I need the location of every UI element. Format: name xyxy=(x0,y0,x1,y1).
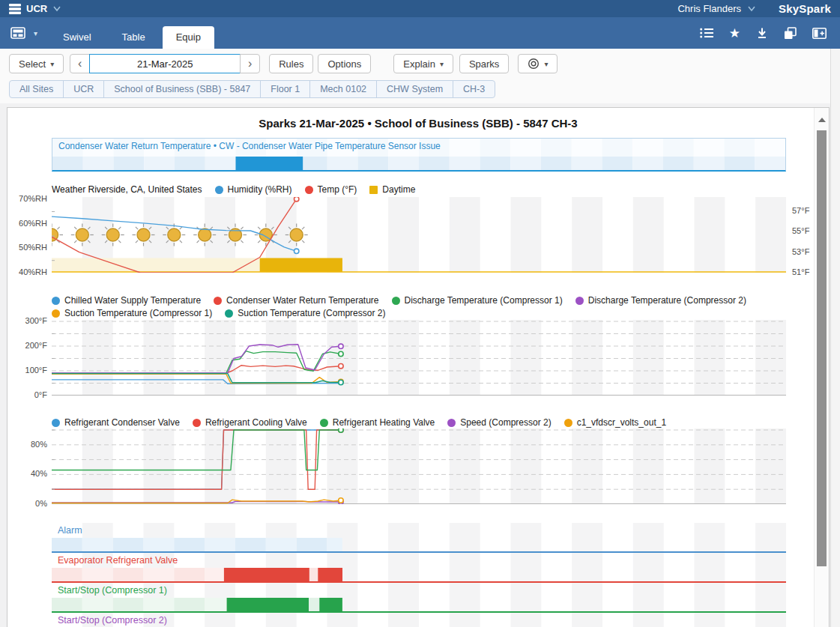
legend-label: Suction Temperature (Compressor 1) xyxy=(64,308,212,318)
explain-button[interactable]: Explain ▾ xyxy=(393,54,453,73)
axis-tick: 300°F xyxy=(9,316,47,325)
skyspark-logo: SkySpark xyxy=(779,2,831,15)
legend-item[interactable]: Refrigerant Heating Valve xyxy=(320,417,435,428)
legend-swatch xyxy=(369,186,378,194)
legend-swatch xyxy=(215,186,223,194)
status-row-label: Evaporator Refrigerant Valve xyxy=(58,555,178,566)
scrollbar-thumb[interactable] xyxy=(817,130,827,566)
date-value: 21-Mar-2025 xyxy=(137,58,193,70)
server-menu[interactable]: UCR xyxy=(9,3,61,14)
status-row[interactable]: Evaporator Refrigerant Valve xyxy=(52,553,786,583)
view-list-icon[interactable] xyxy=(700,28,713,38)
legend-label: Discharge Temperature (Compressor 2) xyxy=(588,295,746,306)
legend-label: Humidity (%RH) xyxy=(228,184,292,195)
legend-item[interactable]: Refrigerant Cooling Valve xyxy=(193,417,307,428)
legend-swatch xyxy=(225,309,233,318)
breadcrumb-item[interactable]: Floor 1 xyxy=(260,80,310,98)
date-input[interactable]: 21-Mar-2025 xyxy=(89,54,241,73)
breadcrumb-item[interactable]: Mech 0102 xyxy=(309,80,377,98)
legend-item[interactable]: Discharge Temperature (Compressor 1) xyxy=(392,295,563,306)
status-timelines: AlarmEvaporator Refrigerant ValveStart/S… xyxy=(7,523,829,627)
skyspark-app: { "header": { "server_label": "UCR", "us… xyxy=(0,0,840,627)
tab-bar: ▾ SwivelTableEquip ★ xyxy=(0,17,840,49)
user-menu[interactable]: Chris Flanders xyxy=(677,3,741,14)
chevron-down-icon[interactable] xyxy=(747,5,756,12)
legend-item[interactable]: Temp (°F) xyxy=(305,184,357,195)
select-button-label: Select xyxy=(19,58,46,70)
sparks-button[interactable]: Sparks xyxy=(459,54,509,73)
weather-plot-area[interactable] xyxy=(52,197,786,273)
legend-item[interactable]: Suction Temperature (Compressor 1) xyxy=(52,308,212,318)
tab-swivel[interactable]: Swivel xyxy=(49,26,105,49)
sparks-button-label: Sparks xyxy=(469,58,499,70)
caret-down-icon: ▾ xyxy=(440,60,444,68)
legend-item[interactable]: Daytime xyxy=(369,184,415,195)
favorite-star-icon[interactable]: ★ xyxy=(729,27,740,40)
breadcrumb-item[interactable]: CHW System xyxy=(376,80,453,98)
legend-item[interactable]: Speed (Compressor 2) xyxy=(447,417,551,428)
sun-icon xyxy=(106,228,119,241)
window-scroll-gutter[interactable] xyxy=(830,49,840,627)
options-button[interactable]: Options xyxy=(318,54,371,73)
prev-day-button[interactable]: ‹ xyxy=(70,54,90,73)
legend-item[interactable]: Discharge Temperature (Compressor 2) xyxy=(575,295,746,306)
legend-item[interactable]: Condenser Water Return Temperature xyxy=(214,295,378,306)
sun-icon xyxy=(168,228,181,241)
status-row-label: Alarm xyxy=(58,525,82,536)
status-row[interactable]: Start/Stop (Compressor 1) xyxy=(52,583,786,613)
axis-tick: 0% xyxy=(9,499,47,508)
status-row[interactable]: Start/Stop (Compressor 2) xyxy=(52,613,786,627)
copy-pages-icon[interactable] xyxy=(784,27,797,40)
legend-swatch xyxy=(52,309,60,318)
legend-swatch xyxy=(447,419,456,427)
new-panel-icon[interactable] xyxy=(812,28,827,39)
breadcrumb-item[interactable]: UCR xyxy=(63,80,104,98)
legend-item[interactable]: Suction Temperature (Compressor 2) xyxy=(225,308,385,318)
legend-item[interactable]: Humidity (%RH) xyxy=(215,184,292,195)
panel-scrollbar[interactable] xyxy=(814,108,829,627)
temps-chart: 300°F200°F100°F0°F xyxy=(7,320,829,396)
tab-table[interactable]: Table xyxy=(109,26,159,49)
legend-label: Daytime xyxy=(382,184,415,195)
legend-swatch xyxy=(575,297,584,305)
legend-label: Temp (°F) xyxy=(318,184,357,195)
page-background: Sparks 21-Mar-2025 • School of Business … xyxy=(0,103,840,627)
legend-label: Suction Temperature (Compressor 2) xyxy=(238,308,385,318)
axis-tick: 50%RH xyxy=(9,243,47,252)
next-day-icon: › xyxy=(248,57,252,70)
legend-swatch xyxy=(52,297,60,305)
breadcrumb-item[interactable]: All Sites xyxy=(9,80,64,98)
legend-swatch xyxy=(320,419,328,427)
axis-tick: 60%RH xyxy=(9,219,47,228)
download-icon[interactable] xyxy=(756,27,768,39)
legend-item[interactable]: c1_vfdscr_volts_out_1 xyxy=(564,417,666,428)
legend-label: Discharge Temperature (Compressor 1) xyxy=(405,295,563,306)
target-menu-button[interactable]: ▾ xyxy=(518,54,558,73)
legend-label: Speed (Compressor 2) xyxy=(460,417,551,428)
status-row-label: Start/Stop (Compressor 1) xyxy=(58,585,167,596)
tab-equip[interactable]: Equip xyxy=(163,26,214,49)
rules-button[interactable]: Rules xyxy=(269,54,313,73)
legend-swatch xyxy=(214,297,222,305)
options-button-label: Options xyxy=(327,58,361,70)
caret-down-icon: ▾ xyxy=(544,60,548,68)
legend-item[interactable]: Refrigerant Condenser Valve xyxy=(52,417,180,428)
breadcrumb-item[interactable]: CH-3 xyxy=(453,80,495,98)
legend-swatch xyxy=(193,419,201,427)
sun-icon xyxy=(137,228,150,241)
legend-title: Weather Riverside, CA, United States xyxy=(52,184,202,195)
view-chooser-button[interactable]: ▾ xyxy=(10,27,37,39)
next-day-button[interactable]: › xyxy=(240,54,260,73)
breadcrumb-item[interactable]: School of Business (SBB) - 5847 xyxy=(103,80,261,98)
select-button[interactable]: Select ▾ xyxy=(9,54,64,73)
status-row[interactable]: Alarm xyxy=(52,523,786,553)
legend-item[interactable]: Chilled Water Supply Temperature xyxy=(52,295,201,306)
scroll-up-icon[interactable] xyxy=(818,118,826,122)
spark-row[interactable]: Condenser Water Return Temperature • CW … xyxy=(52,138,786,172)
axis-tick: 70%RH xyxy=(9,194,47,203)
temps-legend-row-2: Suction Temperature (Compressor 1)Suctio… xyxy=(52,307,385,319)
valves-plot-area[interactable] xyxy=(52,428,786,504)
prev-day-icon: ‹ xyxy=(78,57,82,70)
legend-label: Condenser Water Return Temperature xyxy=(226,295,378,306)
temps-plot-area[interactable] xyxy=(52,320,786,396)
